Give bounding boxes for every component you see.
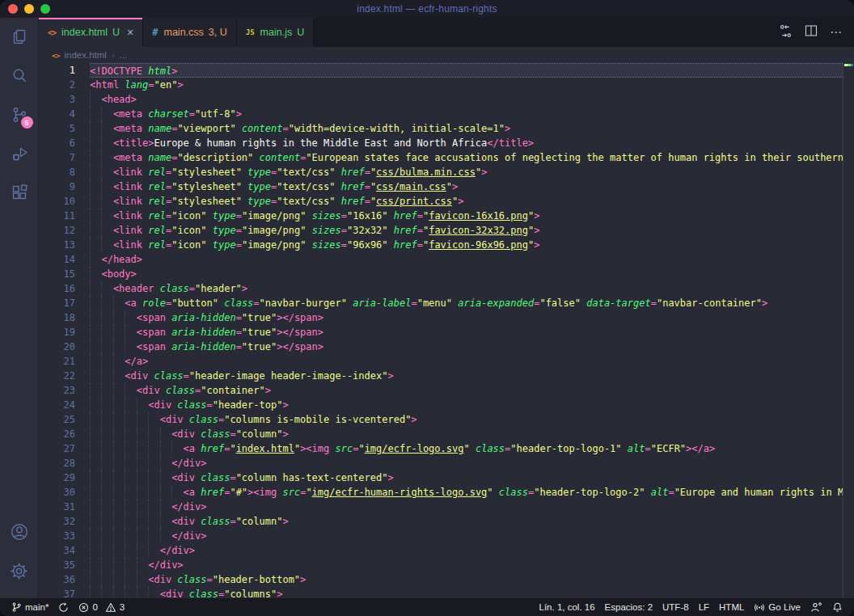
cursor-position[interactable]: Lín. 1, col. 16 bbox=[535, 598, 600, 616]
html-file-icon: <> bbox=[48, 28, 56, 37]
spaces-text: Espacios: 2 bbox=[605, 602, 653, 612]
code-line[interactable]: 27<a href="index.html"><img src="img/ecf… bbox=[39, 441, 843, 456]
js-file-icon: JS bbox=[246, 28, 255, 36]
code-line[interactable]: 1<!DOCTYPE html> bbox=[39, 63, 843, 78]
warning-count: 3 bbox=[120, 602, 125, 612]
broadcast-icon bbox=[754, 602, 765, 613]
code-line[interactable]: 29<div class="column has-text-centered"> bbox=[39, 470, 843, 485]
title-bar: index.html — ecfr-human-rights bbox=[0, 0, 854, 18]
accounts-icon[interactable] bbox=[0, 513, 39, 551]
extensions-icon[interactable] bbox=[0, 173, 39, 212]
zoom-window-button[interactable] bbox=[40, 4, 50, 14]
code-line[interactable]: 30<a href="#"><img src="img/ecfr-human-r… bbox=[39, 485, 843, 500]
line-number: 32 bbox=[39, 514, 75, 529]
code-line[interactable]: 37<div class="columns"> bbox=[39, 587, 843, 598]
line-number: 10 bbox=[39, 194, 75, 209]
tab-index-html[interactable]: <> index.html U × bbox=[39, 18, 143, 47]
close-window-button[interactable] bbox=[8, 4, 18, 14]
editor[interactable]: 1<!DOCTYPE html>2<html lang="en">3<head>… bbox=[39, 63, 854, 598]
git-status-badge: U bbox=[297, 27, 304, 38]
notifications-button[interactable] bbox=[827, 598, 848, 616]
code-line[interactable]: 6<title>Europe & human rights in the Mid… bbox=[39, 136, 843, 150]
code-line[interactable]: 19<span aria-hidden="true"></span> bbox=[39, 325, 843, 340]
overview-ruler-marker bbox=[844, 64, 853, 66]
more-actions-icon[interactable]: ⋯ bbox=[830, 25, 843, 40]
code-line[interactable]: 13<link rel="icon" type="image/png" size… bbox=[39, 238, 843, 252]
code-line[interactable]: 15<body> bbox=[39, 267, 843, 281]
tab-main-css[interactable]: # main.css 3, U bbox=[143, 18, 237, 47]
line-number: 17 bbox=[39, 296, 75, 310]
code-line[interactable]: 17<a role="button" class="navbar-burger"… bbox=[39, 296, 843, 310]
split-editor-icon[interactable] bbox=[805, 24, 818, 40]
chevron-right-icon: › bbox=[112, 50, 115, 60]
editor-actions: ⋯ bbox=[779, 18, 854, 47]
code-line[interactable]: 34</div> bbox=[39, 543, 843, 558]
eol-text: LF bbox=[699, 602, 709, 612]
line-number: 25 bbox=[39, 412, 75, 427]
code-line[interactable]: 32<div class="column"> bbox=[39, 514, 843, 529]
sync-changes-button[interactable] bbox=[53, 598, 74, 616]
code-line[interactable]: 9<link rel="stylesheet" type="text/css" … bbox=[39, 179, 843, 194]
code-line[interactable]: 4<meta charset="utf-8"> bbox=[39, 107, 843, 121]
code-line[interactable]: 11<link rel="icon" type="image/png" size… bbox=[39, 209, 843, 223]
language-text: HTML bbox=[719, 602, 744, 612]
code-line[interactable]: 26<div class="column"> bbox=[39, 427, 843, 441]
code-line[interactable]: 2<html lang="en"> bbox=[39, 78, 843, 92]
line-number: 30 bbox=[39, 485, 75, 500]
language-mode[interactable]: HTML bbox=[714, 598, 749, 616]
code-line[interactable]: 25<div class="columns is-mobile is-vcent… bbox=[39, 412, 843, 427]
code-line[interactable]: 28</div> bbox=[39, 456, 843, 470]
minimize-window-button[interactable] bbox=[24, 4, 34, 14]
error-count: 0 bbox=[92, 602, 97, 612]
line-number: 1 bbox=[39, 63, 75, 78]
close-tab-icon[interactable]: × bbox=[127, 27, 133, 38]
vscode-window: index.html — ecfr-human-rights bbox=[0, 0, 854, 616]
line-number: 29 bbox=[39, 470, 75, 485]
code-line[interactable]: 7<meta name="description" content="Europ… bbox=[39, 150, 843, 165]
open-changes-icon[interactable] bbox=[779, 24, 793, 41]
search-icon[interactable] bbox=[0, 57, 39, 95]
code-line[interactable]: 10<link rel="stylesheet" type="text/css"… bbox=[39, 194, 843, 209]
code-line[interactable]: 20<span aria-hidden="true"></span> bbox=[39, 340, 843, 354]
code-line[interactable]: 36<div class="header-bottom"> bbox=[39, 572, 843, 587]
line-number: 6 bbox=[39, 136, 75, 150]
warnings-icon bbox=[105, 602, 116, 613]
problems-indicator[interactable]: 0 3 bbox=[74, 598, 129, 616]
code-line[interactable]: 21</a> bbox=[39, 354, 843, 369]
breadcrumb-more[interactable]: ... bbox=[120, 50, 128, 60]
line-number: 36 bbox=[39, 572, 75, 587]
html-file-icon: <> bbox=[52, 51, 59, 60]
explorer-icon[interactable] bbox=[0, 18, 39, 57]
code-line[interactable]: 14</head> bbox=[39, 252, 843, 267]
code-line[interactable]: 16<header class="header"> bbox=[39, 281, 843, 296]
breadcrumb-file[interactable]: index.html bbox=[64, 50, 106, 60]
code-line[interactable]: 5<meta name="viewport" content="width=de… bbox=[39, 121, 843, 136]
code-line[interactable]: 22<div class="header-image header-image-… bbox=[39, 369, 843, 383]
line-number: 22 bbox=[39, 369, 75, 383]
line-number: 12 bbox=[39, 223, 75, 238]
code-line[interactable]: 23<div class="container"> bbox=[39, 383, 843, 398]
indentation-setting[interactable]: Espacios: 2 bbox=[600, 598, 657, 616]
breadcrumb[interactable]: <> index.html › ... bbox=[39, 47, 854, 63]
source-control-icon[interactable]: 5 bbox=[0, 95, 39, 134]
git-branch-indicator[interactable]: main* bbox=[6, 598, 53, 616]
eol-setting[interactable]: LF bbox=[694, 598, 714, 616]
line-number: 28 bbox=[39, 456, 75, 470]
code-line[interactable]: 31</div> bbox=[39, 500, 843, 514]
overview-ruler[interactable] bbox=[843, 63, 854, 598]
code-line[interactable]: 24<div class="header-top"> bbox=[39, 398, 843, 412]
encoding-setting[interactable]: UTF-8 bbox=[657, 598, 694, 616]
code-line[interactable]: 35</div> bbox=[39, 558, 843, 572]
feedback-button[interactable] bbox=[805, 598, 827, 616]
line-col-text: Lín. 1, col. 16 bbox=[539, 602, 595, 612]
code-line[interactable]: 33</div> bbox=[39, 529, 843, 543]
code-line[interactable]: 18<span aria-hidden="true"></span> bbox=[39, 310, 843, 325]
tab-main-js[interactable]: JS main.js U bbox=[237, 18, 314, 47]
go-live-button[interactable]: Go Live bbox=[749, 598, 805, 616]
line-number: 4 bbox=[39, 107, 75, 121]
settings-gear-icon[interactable] bbox=[0, 551, 39, 590]
run-and-debug-icon[interactable] bbox=[0, 134, 39, 173]
code-line[interactable]: 3<head> bbox=[39, 92, 843, 107]
code-line[interactable]: 12<link rel="icon" type="image/png" size… bbox=[39, 223, 843, 238]
code-line[interactable]: 8<link rel="stylesheet" type="text/css" … bbox=[39, 165, 843, 179]
